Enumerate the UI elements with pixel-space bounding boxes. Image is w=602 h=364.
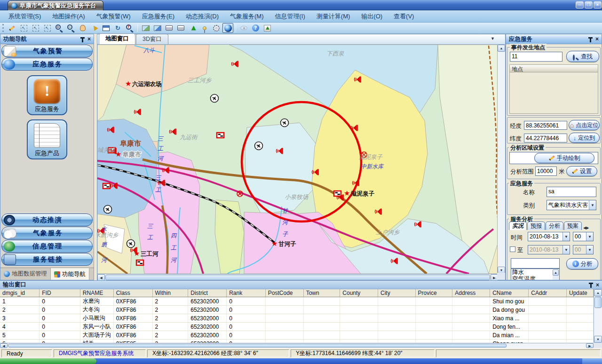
- panel-tab-2[interactable]: 功能导航: [51, 268, 89, 280]
- scroll-right-icon[interactable]: ▶: [586, 343, 594, 348]
- select-free-icon[interactable]: ↖: [42, 23, 53, 33]
- analysis-tab-1[interactable]: 实况: [509, 222, 527, 230]
- close-icon[interactable]: ×: [595, 37, 599, 41]
- menu-item-7[interactable]: 信息管理(I): [270, 11, 310, 22]
- maximize-button[interactable]: ❐: [585, 1, 593, 8]
- panel-tab-1[interactable]: 地图数据管理: [0, 268, 51, 280]
- type-select[interactable]: 气象和洪水灾害▼: [547, 200, 596, 210]
- pan-hand-icon[interactable]: [77, 23, 88, 33]
- image-view-icon[interactable]: [140, 23, 151, 33]
- map-horizontal-scrollbar[interactable]: ◀ ▶: [97, 274, 498, 281]
- full-extent-icon[interactable]: [101, 23, 111, 33]
- to-checkbox[interactable]: [510, 246, 515, 252]
- scroll-thumb[interactable]: [594, 297, 602, 308]
- map-tab-1[interactable]: 地图窗口: [99, 33, 135, 44]
- pin-icon[interactable]: [80, 37, 85, 41]
- to-date-select[interactable]: 2010-08-13▼: [528, 245, 570, 254]
- menu-item-8[interactable]: 测量计算(M): [312, 11, 355, 22]
- chevron-down-icon[interactable]: ▼: [491, 36, 495, 41]
- column-header-County[interactable]: County: [340, 289, 378, 297]
- longitude-input[interactable]: 88.36255061: [524, 121, 567, 130]
- column-header-Update[interactable]: Update: [566, 289, 593, 297]
- tree-export-icon[interactable]: [262, 23, 273, 33]
- zoom-in-icon[interactable]: +: [54, 23, 64, 33]
- output-horizontal-scrollbar[interactable]: ◀ ▶: [0, 343, 594, 348]
- column-header-City[interactable]: City: [378, 289, 416, 297]
- eye-icon[interactable]: [238, 23, 249, 33]
- table-row[interactable]: 30小马厩沟0XFF8626523020000Xiao ma ...: [0, 314, 594, 323]
- table-row[interactable]: 10水磨沟0XFF8626523020000Shui mo gou: [0, 297, 594, 306]
- map-tab-2[interactable]: 3D窗口: [136, 34, 168, 44]
- table-row[interactable]: 50大面场子沟0XFF8626523020000Da mian ...: [0, 331, 594, 340]
- pin-icon[interactable]: [589, 283, 593, 287]
- to-hour-select[interactable]: 00▼: [573, 245, 594, 254]
- column-header-Rank[interactable]: Rank: [227, 289, 266, 297]
- set-range-button[interactable]: 设置: [566, 166, 597, 176]
- name-input[interactable]: sa: [547, 187, 596, 197]
- pointer-arrow-icon[interactable]: ▶: [89, 23, 100, 33]
- scroll-left-icon[interactable]: ◀: [97, 274, 105, 281]
- chevron-down-icon[interactable]: ▼: [562, 245, 570, 254]
- select-rect-icon[interactable]: ↖: [18, 23, 29, 33]
- location-keyword-input[interactable]: 11: [510, 52, 562, 62]
- chevron-down-icon[interactable]: ▼: [562, 232, 570, 241]
- chevron-down-icon[interactable]: ▼: [586, 245, 593, 254]
- column-header-Town[interactable]: Town: [303, 289, 340, 297]
- column-header-FID[interactable]: FID: [40, 289, 80, 297]
- help-icon[interactable]: ?: [250, 23, 261, 33]
- map-vertical-scrollbar[interactable]: ▲ ▼: [497, 45, 505, 274]
- measure-pencil-icon[interactable]: [7, 23, 17, 33]
- select-polygon-icon[interactable]: ↖: [30, 23, 41, 33]
- menu-item-3[interactable]: 气象预警(W): [92, 11, 135, 22]
- pin-icon[interactable]: [588, 37, 593, 41]
- hour-select[interactable]: 00▼: [573, 232, 594, 241]
- nav-item-bottom-3[interactable]: 信息管理: [1, 240, 93, 253]
- column-header-Within[interactable]: Within: [152, 289, 188, 297]
- zoom-query-icon[interactable]: ?: [124, 23, 135, 33]
- identify-arrow-icon[interactable]: ▶: [187, 23, 198, 33]
- scroll-down-icon[interactable]: ▼: [594, 336, 602, 343]
- map-view[interactable]: ★★★★★ 六运湖农场阜康市滋泥泉子三工河甘河子三工河乡下西泉九运街城关镇滋泥泉…: [97, 45, 498, 274]
- map-canvas[interactable]: ★★★★★ 六运湖农场阜康市滋泥泉子三工河甘河子三工河乡下西泉九运街城关镇滋泥泉…: [97, 45, 498, 274]
- map-image-icon[interactable]: [152, 23, 163, 33]
- date-select[interactable]: 2010-08-13▼: [528, 232, 570, 241]
- shortcut-1[interactable]: 应急服务: [27, 75, 67, 115]
- column-header-RNAME[interactable]: RNAME: [80, 289, 113, 297]
- close-button[interactable]: ×: [594, 1, 602, 8]
- menu-item-5[interactable]: 动态推演(D): [181, 11, 223, 22]
- column-header-District[interactable]: District: [188, 289, 227, 297]
- refresh-icon[interactable]: ↻: [112, 23, 123, 33]
- column-header-Provice[interactable]: Provice: [415, 289, 452, 297]
- column-header-Address[interactable]: Address: [452, 289, 490, 297]
- minimize-button[interactable]: ─: [576, 1, 584, 8]
- table-row[interactable]: 40东风一小队0XFF8626523020000Dong fen...: [0, 323, 594, 331]
- zoom-out-icon[interactable]: −: [65, 23, 76, 33]
- column-header-dmgis_id[interactable]: dmgis_id: [0, 289, 40, 297]
- column-header-Class[interactable]: Class: [113, 289, 152, 297]
- table-row[interactable]: 20大冬沟0XFF8626523020000Da dong gou: [0, 306, 594, 314]
- column-header-CAddr[interactable]: CAddr: [529, 289, 567, 297]
- column-header-PostCode[interactable]: PostCode: [265, 289, 303, 297]
- print-color-icon[interactable]: [175, 23, 186, 33]
- element-item-2[interactable]: 空气温度: [511, 276, 559, 280]
- element-item-1[interactable]: 降水: [511, 269, 559, 276]
- menu-item-4[interactable]: 应急服务(E): [137, 11, 179, 22]
- place-list[interactable]: [509, 72, 598, 114]
- analysis-tab-4[interactable]: 预案: [564, 222, 582, 230]
- close-icon[interactable]: ×: [596, 283, 599, 287]
- chevron-down-icon[interactable]: ▼: [589, 200, 596, 210]
- scroll-left-icon[interactable]: ◀: [0, 343, 8, 348]
- range-input[interactable]: 10000: [535, 166, 557, 176]
- search-button[interactable]: 查找: [566, 51, 599, 62]
- pin-info-icon[interactable]: [199, 23, 210, 33]
- attribute-table[interactable]: dmgis_idFIDRNAMEClassWithinDistrictRankP…: [0, 289, 594, 343]
- close-icon[interactable]: ×: [87, 37, 91, 41]
- scroll-up-icon[interactable]: ▲: [594, 289, 602, 296]
- manual-draw-button[interactable]: 手动绘制: [534, 153, 594, 163]
- place-list-header[interactable]: 地点: [509, 64, 598, 72]
- menu-item-9[interactable]: 输出(O): [356, 11, 387, 22]
- menu-item-2[interactable]: 地图操作(A): [48, 11, 89, 22]
- nav-item-top-2[interactable]: 应急服务: [1, 58, 93, 71]
- table-row[interactable]: 60城关0XFF8526523020000Cheng guan: [0, 340, 594, 343]
- globe-3d-icon[interactable]: [222, 23, 233, 33]
